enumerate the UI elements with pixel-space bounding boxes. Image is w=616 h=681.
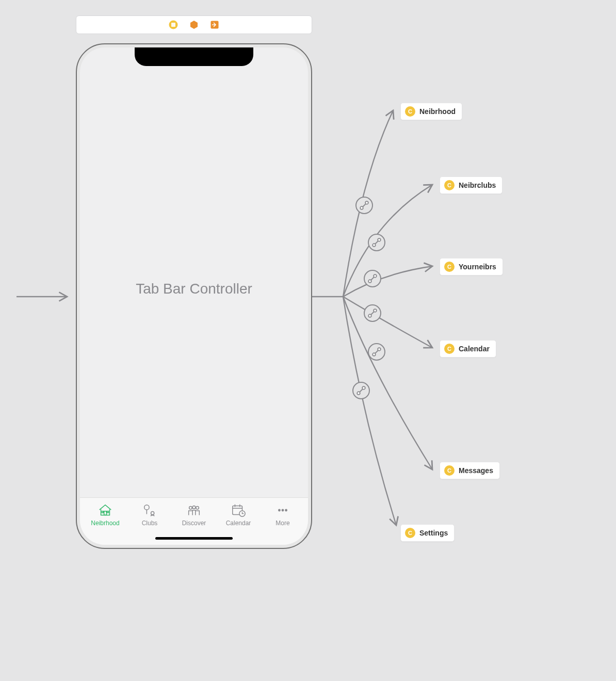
svg-rect-29	[107, 511, 109, 513]
tab-label: Neibrhood	[91, 520, 119, 527]
first-responder-icon	[189, 20, 199, 29]
viewcontroller-icon: C	[444, 180, 455, 190]
segue-6	[343, 297, 396, 525]
destination-messages[interactable]: C Messages	[440, 462, 500, 479]
segue-5	[343, 297, 432, 469]
svg-point-37	[278, 509, 281, 512]
svg-line-21	[359, 388, 364, 393]
svg-point-2	[364, 270, 381, 287]
destination-label: Messages	[459, 466, 493, 475]
svg-point-31	[151, 512, 154, 515]
viewcontroller-icon: C	[444, 262, 455, 272]
svg-point-32	[189, 507, 192, 510]
segue-3	[343, 266, 432, 297]
viewcontroller-icon: C	[405, 106, 415, 117]
destination-label: Neibrclubs	[459, 181, 496, 189]
svg-point-1	[368, 234, 385, 251]
home-indicator	[155, 537, 233, 540]
destination-label: Calendar	[459, 345, 490, 353]
tree-people-icon	[141, 502, 158, 518]
svg-point-10	[372, 244, 376, 247]
svg-point-34	[196, 507, 199, 510]
tab-label: Clubs	[142, 520, 158, 527]
svg-line-18	[374, 349, 379, 354]
destination-settings[interactable]: C Settings	[400, 524, 455, 542]
svg-point-11	[378, 238, 381, 241]
tab-more[interactable]: More	[261, 502, 305, 527]
viewcontroller-icon: C	[444, 465, 455, 476]
device-notch	[135, 47, 253, 66]
svg-point-19	[372, 353, 376, 356]
svg-point-14	[374, 274, 377, 278]
svg-point-22	[357, 392, 360, 395]
tab-label: Discover	[182, 520, 206, 527]
segue-1	[343, 110, 393, 297]
phone-screen: Tab Bar Controller Neibrhood Clubs	[80, 47, 308, 545]
svg-point-23	[362, 386, 365, 390]
destination-label: Yourneibrs	[459, 263, 496, 271]
destination-label: Settings	[419, 529, 448, 537]
destination-neibrclubs[interactable]: C Neibrclubs	[440, 176, 502, 194]
tab-discover[interactable]: Discover	[172, 502, 216, 527]
segue-badge	[353, 197, 385, 399]
svg-point-16	[368, 314, 371, 317]
svg-point-7	[360, 206, 363, 209]
tabbar-controller-icon	[169, 20, 178, 29]
svg-point-38	[282, 509, 284, 512]
viewcontroller-icon: C	[405, 528, 415, 538]
scene-title: Tab Bar Controller	[80, 281, 308, 297]
destination-yourneibrs[interactable]: C Yourneibrs	[440, 258, 503, 275]
viewcontroller-icon: C	[444, 344, 455, 354]
svg-point-13	[368, 280, 371, 283]
svg-rect-28	[102, 511, 103, 513]
svg-point-30	[144, 505, 149, 510]
scene-toolbar[interactable]	[76, 15, 312, 34]
svg-line-9	[374, 240, 379, 245]
svg-point-39	[285, 509, 287, 512]
tab-label: Calendar	[226, 520, 251, 527]
svg-rect-27	[104, 511, 107, 515]
tab-calendar[interactable]: Calendar	[216, 502, 261, 527]
segue-4	[343, 297, 432, 348]
tab-label: More	[275, 520, 289, 527]
people-group-icon	[186, 502, 202, 518]
destination-calendar[interactable]: C Calendar	[440, 340, 496, 358]
destination-neibrhood[interactable]: C Neibrhood	[400, 103, 462, 120]
exit-icon	[210, 20, 219, 29]
svg-point-4	[368, 344, 385, 360]
svg-point-33	[192, 506, 196, 509]
svg-point-17	[374, 309, 377, 312]
svg-point-20	[378, 348, 381, 351]
tab-neibrhood[interactable]: Neibrhood	[83, 502, 127, 527]
destination-label: Neibrhood	[419, 107, 456, 116]
house-icon	[97, 502, 114, 518]
calendar-clock-icon	[230, 502, 247, 518]
segue-2	[343, 185, 432, 297]
svg-line-12	[370, 276, 375, 281]
svg-rect-25	[171, 23, 175, 27]
svg-point-3	[364, 305, 381, 321]
tabbar-controller-scene[interactable]: Tab Bar Controller Neibrhood Clubs	[76, 43, 312, 549]
svg-point-0	[356, 197, 372, 214]
svg-point-8	[365, 201, 368, 204]
tab-clubs[interactable]: Clubs	[127, 502, 172, 527]
svg-line-6	[362, 203, 367, 208]
ellipsis-icon	[274, 502, 291, 518]
svg-point-5	[353, 382, 369, 399]
svg-line-15	[370, 311, 375, 316]
